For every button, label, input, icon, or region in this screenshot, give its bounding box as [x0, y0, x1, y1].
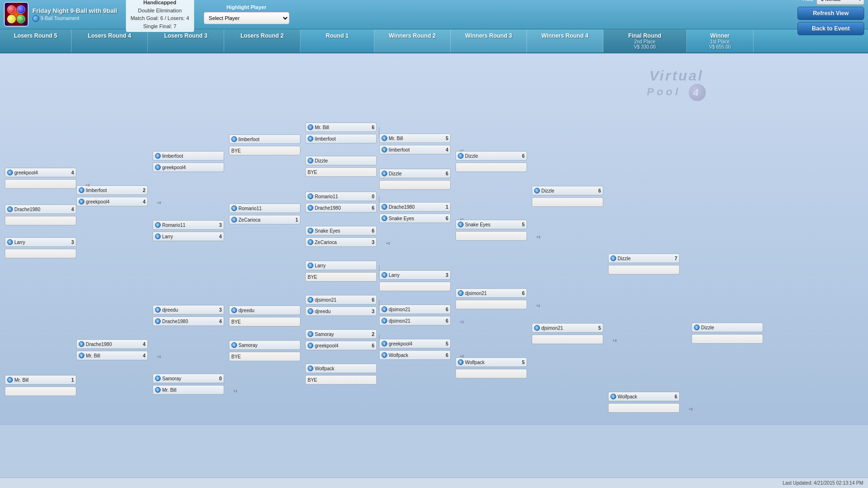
player-row: iSnake Eyes5	[455, 220, 527, 229]
player-icon: i	[79, 199, 84, 204]
player-name: Drache1980	[86, 342, 138, 347]
round-sub2: V$ 655.00	[689, 44, 751, 50]
round-header-0: Losers Round 5	[0, 30, 72, 52]
player-name: Samoray	[238, 343, 298, 348]
match-block: ilimberfootBYE	[229, 134, 300, 155]
player-row: iDrache19804	[76, 339, 148, 349]
player-name: Wolfpack	[618, 394, 670, 399]
handicap-badge: +2	[689, 407, 693, 411]
player-icon: i	[308, 193, 313, 199]
player-score: 6	[369, 228, 374, 234]
player-name: Drache1980	[315, 205, 367, 211]
player-row: iMr. Bill5	[379, 133, 451, 143]
round-label: Winners Round 4	[541, 32, 589, 39]
player-name: djreedu	[315, 309, 367, 314]
player-name: Samoray	[162, 376, 214, 381]
player-icon: i	[79, 353, 84, 358]
player-row: igreekpool46	[305, 341, 377, 350]
round-sub1: 1st Place	[689, 39, 751, 44]
player-score: 4	[443, 147, 448, 152]
player-row: BYE	[229, 317, 300, 326]
player-name: ZeCarioca	[238, 217, 290, 223]
player-name: limberfoot	[162, 153, 222, 159]
player-row: iRomario110	[305, 192, 377, 201]
player-name: Snake Eyes	[315, 228, 367, 234]
player-name: Mr. Bill	[86, 353, 138, 358]
player-score: 4	[68, 207, 74, 212]
match-block: iDizzleBYE	[305, 156, 377, 177]
player-icon: i	[382, 272, 387, 278]
player-score: 6	[443, 216, 448, 221]
player-row: iDizzle	[305, 156, 377, 165]
match-block: igreekpool44+2	[5, 168, 76, 189]
player-name: Dizzle	[465, 153, 517, 159]
handicap-badge: +1	[233, 389, 238, 393]
right-controls: ✓ Auto 1 Minute Refresh View Back to Eve…	[796, 0, 864, 35]
format-elimination: Double Elimination	[131, 7, 189, 15]
player-row	[532, 335, 603, 344]
player-score: 5	[519, 360, 525, 365]
player-icon: i	[231, 307, 237, 313]
player-score: 5	[443, 136, 448, 141]
player-name: ZeCarioca	[315, 240, 367, 245]
player-score: 3	[369, 309, 374, 314]
player-row: iSamoray0	[153, 374, 224, 383]
back-to-event-button[interactable]: Back to Event	[797, 22, 864, 35]
player-row: iDizzle7	[608, 254, 680, 263]
match-block: igreekpool45+2iWolfpack6	[379, 339, 451, 360]
player-row: iZeCarioca1	[229, 215, 300, 224]
auto-label: Auto	[803, 0, 814, 2]
player-row: idjsimon216	[305, 295, 377, 305]
interval-select[interactable]: 1 Minute	[816, 0, 864, 5]
player-row: BYE	[229, 352, 300, 361]
vp-pool-text: Pool	[647, 86, 681, 98]
round-label: Losers Round 3	[164, 32, 207, 39]
player-row: idjsimon216	[379, 305, 451, 314]
player-score: 2	[369, 332, 374, 337]
match-block: iLarry3	[379, 270, 451, 291]
player-score: 6	[443, 353, 448, 358]
player-row: iDrache19806	[305, 203, 377, 213]
player-name: greekpool4	[389, 341, 441, 346]
refresh-button[interactable]: Refresh View	[797, 7, 864, 20]
player-row: iZeCarioca3	[305, 237, 377, 247]
player-name: Larry	[14, 240, 66, 245]
match-block: iSamoray2+3igreekpool46	[305, 329, 377, 350]
match-block: iDrache19804	[5, 204, 76, 225]
check-mark: ✓	[796, 0, 801, 3]
player-score: 6	[443, 318, 448, 324]
player-icon: i	[231, 136, 237, 142]
player-name: djreedu	[238, 308, 298, 313]
player-row	[608, 403, 680, 413]
player-name: Dizzle	[618, 256, 670, 261]
bracket-container[interactable]: iMr. Bill6+3ilimberfootiDizzleBYEiRomari…	[0, 53, 868, 425]
logo-circles	[7, 5, 25, 23]
player-name: Dizzle	[389, 171, 441, 176]
player-select[interactable]: Select Player	[204, 12, 289, 24]
player-score: 3	[216, 223, 222, 228]
player-name: Mr. Bill	[389, 136, 441, 141]
match-block: idjreedu3iDrache19804	[153, 305, 224, 326]
player-score: 4	[216, 234, 222, 239]
player-row	[379, 282, 451, 291]
player-row: iDizzle6	[455, 151, 527, 161]
player-icon: i	[308, 343, 313, 348]
handicap-badge: +1	[460, 320, 464, 324]
handicap-badge: +1	[157, 355, 161, 359]
player-row	[5, 249, 76, 258]
player-row: iDrache19804	[5, 204, 76, 214]
player-icon: i	[382, 135, 387, 141]
player-icon: i	[308, 263, 313, 268]
player-icon: i	[308, 297, 313, 303]
match-block: iDizzle6	[455, 151, 527, 172]
match-block: idjsimon215+3	[532, 323, 603, 344]
round-header-2: Losers Round 3	[148, 30, 224, 52]
match-block: iRomario11iZeCarioca1	[229, 203, 300, 224]
format-handicapped: Handicapped	[131, 0, 189, 7]
player-row: idjreedu3	[305, 306, 377, 316]
player-name: BYE	[308, 377, 374, 383]
event-subtitle: 9-Ball Tournament	[32, 15, 117, 22]
player-row: igreekpool45	[379, 339, 451, 348]
player-icon: i	[458, 153, 464, 159]
match-block: idjsimon216+1idjsimon216	[379, 305, 451, 325]
